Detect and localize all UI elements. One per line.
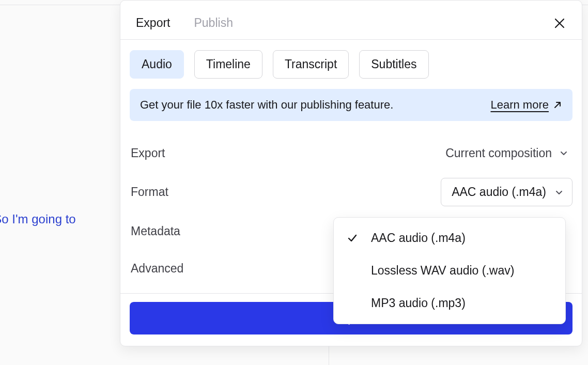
close-icon (554, 18, 565, 29)
check-icon (345, 233, 360, 244)
format-select[interactable]: AAC audio (.m4a) (441, 178, 572, 206)
export-type-pills: Audio Timeline Transcript Subtitles (130, 50, 572, 79)
export-scope-row: Export Current composition (130, 134, 572, 172)
dropdown-option-wav[interactable]: Lossless WAV audio (.wav) (334, 254, 565, 287)
export-scope-select[interactable]: Current composition (445, 146, 572, 160)
dropdown-option-label: Lossless WAV audio (.wav) (371, 264, 514, 278)
format-value: AAC audio (.m4a) (452, 185, 546, 199)
close-button[interactable] (553, 17, 566, 30)
banner-text: Get your file 10x faster with our publis… (140, 98, 393, 112)
dropdown-option-label: MP3 audio (.mp3) (371, 296, 466, 310)
export-scope-value: Current composition (445, 146, 552, 160)
dropdown-option-label: AAC audio (.m4a) (371, 231, 466, 245)
learn-more-label: Learn more (490, 98, 549, 112)
dropdown-option-mp3[interactable]: MP3 audio (.mp3) (334, 287, 565, 320)
pill-transcript[interactable]: Transcript (273, 50, 349, 79)
chevron-down-icon (559, 148, 568, 158)
publish-banner: Get your file 10x faster with our publis… (130, 89, 572, 121)
format-row: Format AAC audio (.m4a) (130, 172, 572, 212)
learn-more-link[interactable]: Learn more (490, 98, 562, 112)
background-transcript-text: . So I'm going to (0, 212, 76, 226)
modal-header: Export Publish (120, 1, 582, 40)
metadata-label: Metadata (130, 224, 180, 238)
external-link-icon (553, 100, 562, 110)
export-scope-label: Export (130, 146, 165, 160)
advanced-label: Advanced (130, 262, 183, 276)
pill-timeline[interactable]: Timeline (194, 50, 262, 79)
dropdown-option-aac[interactable]: AAC audio (.m4a) (334, 222, 565, 254)
chevron-down-icon (554, 188, 564, 197)
pill-subtitles[interactable]: Subtitles (359, 50, 428, 79)
header-tabs: Export Publish (136, 16, 233, 30)
format-dropdown: AAC audio (.m4a) Lossless WAV audio (.wa… (333, 217, 566, 324)
pill-audio[interactable]: Audio (130, 50, 184, 79)
tab-export[interactable]: Export (136, 16, 170, 30)
format-label: Format (130, 185, 168, 199)
tab-publish[interactable]: Publish (194, 16, 233, 30)
